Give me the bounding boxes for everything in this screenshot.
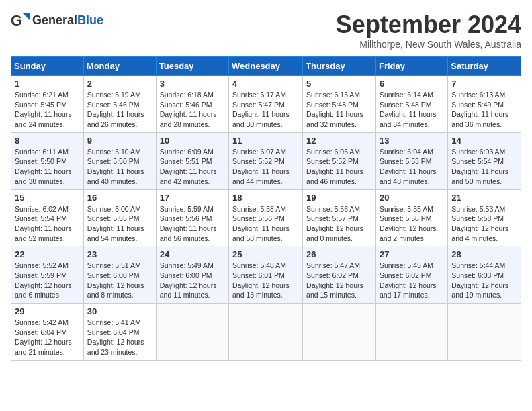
calendar-body: 1Sunrise: 6:21 AM Sunset: 5:45 PM Daylig…	[11, 76, 521, 361]
calendar-cell: 27Sunrise: 5:45 AM Sunset: 6:02 PM Dayli…	[375, 246, 447, 304]
weekday-saturday: Saturday	[448, 57, 521, 76]
calendar-cell: 12Sunrise: 6:06 AM Sunset: 5:52 PM Dayli…	[303, 132, 376, 189]
calendar-cell: 7Sunrise: 6:13 AM Sunset: 5:49 PM Daylig…	[448, 76, 521, 133]
calendar-cell: 9Sunrise: 6:10 AM Sunset: 5:50 PM Daylig…	[83, 132, 156, 189]
weekday-thursday: Thursday	[303, 57, 376, 76]
title-block: September 2024 Millthorpe, New South Wal…	[336, 11, 521, 50]
cell-content: Sunrise: 5:48 AM Sunset: 6:01 PM Dayligh…	[232, 261, 299, 300]
day-number: 9	[87, 136, 152, 146]
day-number: 30	[87, 306, 152, 316]
day-number: 13	[380, 136, 444, 146]
calendar-cell: 10Sunrise: 6:09 AM Sunset: 5:51 PM Dayli…	[156, 132, 228, 189]
day-number: 19	[306, 193, 372, 203]
weekday-tuesday: Tuesday	[156, 57, 228, 76]
cell-content: Sunrise: 6:02 AM Sunset: 5:54 PM Dayligh…	[15, 204, 80, 244]
cell-content: Sunrise: 5:47 AM Sunset: 6:02 PM Dayligh…	[306, 261, 372, 300]
calendar-cell: 14Sunrise: 6:03 AM Sunset: 5:54 PM Dayli…	[448, 132, 521, 189]
cell-content: Sunrise: 6:19 AM Sunset: 5:46 PM Dayligh…	[87, 90, 152, 130]
svg-text:G: G	[11, 12, 22, 29]
logo-text-general: General	[32, 13, 77, 27]
logo-icon: G	[11, 11, 30, 30]
calendar-cell: 28Sunrise: 5:44 AM Sunset: 6:03 PM Dayli…	[448, 246, 521, 304]
day-number: 11	[232, 136, 299, 146]
cell-content: Sunrise: 6:18 AM Sunset: 5:46 PM Dayligh…	[160, 90, 225, 130]
cell-content: Sunrise: 5:42 AM Sunset: 6:04 PM Dayligh…	[15, 318, 80, 357]
calendar-cell: 8Sunrise: 6:11 AM Sunset: 5:50 PM Daylig…	[11, 132, 84, 189]
day-number: 5	[306, 79, 372, 89]
calendar-table: SundayMondayTuesdayWednesdayThursdayFrid…	[11, 56, 521, 361]
day-number: 1	[15, 79, 80, 89]
weekday-wednesday: Wednesday	[229, 57, 303, 76]
calendar-week-2: 8Sunrise: 6:11 AM Sunset: 5:50 PM Daylig…	[11, 132, 521, 189]
calendar-cell	[229, 304, 303, 361]
day-number: 6	[380, 79, 444, 89]
cell-content: Sunrise: 5:55 AM Sunset: 5:58 PM Dayligh…	[380, 204, 444, 244]
calendar-cell: 25Sunrise: 5:48 AM Sunset: 6:01 PM Dayli…	[229, 246, 303, 304]
cell-content: Sunrise: 6:00 AM Sunset: 5:55 PM Dayligh…	[87, 204, 152, 244]
calendar-week-4: 22Sunrise: 5:52 AM Sunset: 5:59 PM Dayli…	[11, 246, 521, 304]
calendar-cell	[156, 304, 228, 361]
calendar-cell: 18Sunrise: 5:58 AM Sunset: 5:56 PM Dayli…	[229, 189, 303, 246]
cell-content: Sunrise: 6:10 AM Sunset: 5:50 PM Dayligh…	[87, 147, 152, 187]
calendar-cell: 23Sunrise: 5:51 AM Sunset: 6:00 PM Dayli…	[83, 246, 156, 304]
calendar-cell: 2Sunrise: 6:19 AM Sunset: 5:46 PM Daylig…	[83, 76, 156, 133]
cell-content: Sunrise: 6:04 AM Sunset: 5:53 PM Dayligh…	[380, 147, 444, 187]
calendar-cell: 1Sunrise: 6:21 AM Sunset: 5:45 PM Daylig…	[11, 76, 84, 133]
calendar-cell: 4Sunrise: 6:17 AM Sunset: 5:47 PM Daylig…	[229, 76, 303, 133]
cell-content: Sunrise: 6:13 AM Sunset: 5:49 PM Dayligh…	[451, 90, 517, 130]
cell-content: Sunrise: 6:03 AM Sunset: 5:54 PM Dayligh…	[451, 147, 517, 187]
day-number: 14	[451, 136, 517, 146]
day-number: 3	[160, 79, 225, 89]
day-number: 16	[87, 193, 152, 203]
cell-content: Sunrise: 6:21 AM Sunset: 5:45 PM Dayligh…	[15, 90, 80, 130]
calendar-cell: 3Sunrise: 6:18 AM Sunset: 5:46 PM Daylig…	[156, 76, 228, 133]
calendar-cell: 22Sunrise: 5:52 AM Sunset: 5:59 PM Dayli…	[11, 246, 84, 304]
calendar-week-3: 15Sunrise: 6:02 AM Sunset: 5:54 PM Dayli…	[11, 189, 521, 246]
day-number: 24	[160, 249, 225, 259]
cell-content: Sunrise: 5:45 AM Sunset: 6:02 PM Dayligh…	[380, 261, 444, 300]
cell-content: Sunrise: 5:59 AM Sunset: 5:56 PM Dayligh…	[160, 204, 225, 244]
day-number: 23	[87, 249, 152, 259]
day-number: 10	[160, 136, 225, 146]
cell-content: Sunrise: 5:49 AM Sunset: 6:00 PM Dayligh…	[160, 261, 225, 300]
day-number: 18	[232, 193, 299, 203]
weekday-sunday: Sunday	[11, 57, 84, 76]
day-number: 12	[306, 136, 372, 146]
cell-content: Sunrise: 6:17 AM Sunset: 5:47 PM Dayligh…	[232, 90, 299, 130]
day-number: 25	[232, 249, 299, 259]
cell-content: Sunrise: 5:53 AM Sunset: 5:58 PM Dayligh…	[451, 204, 517, 244]
svg-marker-1	[23, 13, 30, 20]
cell-content: Sunrise: 5:58 AM Sunset: 5:56 PM Dayligh…	[232, 204, 299, 244]
cell-content: Sunrise: 6:09 AM Sunset: 5:51 PM Dayligh…	[160, 147, 225, 187]
logo-wordmark: GeneralBlue	[32, 13, 103, 28]
cell-content: Sunrise: 5:56 AM Sunset: 5:57 PM Dayligh…	[306, 204, 372, 244]
calendar-cell: 20Sunrise: 5:55 AM Sunset: 5:58 PM Dayli…	[375, 189, 447, 246]
day-number: 15	[15, 193, 80, 203]
day-number: 7	[451, 79, 517, 89]
weekday-monday: Monday	[83, 57, 156, 76]
weekday-friday: Friday	[375, 57, 447, 76]
calendar-cell: 21Sunrise: 5:53 AM Sunset: 5:58 PM Dayli…	[448, 189, 521, 246]
calendar-cell	[448, 304, 521, 361]
location-title: Millthorpe, New South Wales, Australia	[336, 39, 521, 50]
cell-content: Sunrise: 5:52 AM Sunset: 5:59 PM Dayligh…	[15, 261, 80, 300]
weekday-header-row: SundayMondayTuesdayWednesdayThursdayFrid…	[11, 57, 521, 76]
calendar-cell: 5Sunrise: 6:15 AM Sunset: 5:48 PM Daylig…	[303, 76, 376, 133]
calendar-cell: 6Sunrise: 6:14 AM Sunset: 5:48 PM Daylig…	[375, 76, 447, 133]
month-title: September 2024	[336, 11, 521, 39]
calendar-cell: 29Sunrise: 5:42 AM Sunset: 6:04 PM Dayli…	[11, 304, 84, 361]
logo: G GeneralBlue	[11, 11, 103, 30]
calendar-cell	[303, 304, 376, 361]
calendar-cell: 19Sunrise: 5:56 AM Sunset: 5:57 PM Dayli…	[303, 189, 376, 246]
calendar-cell	[375, 304, 447, 361]
page-header: G GeneralBlue September 2024 Millthorpe,…	[11, 11, 521, 50]
day-number: 17	[160, 193, 225, 203]
cell-content: Sunrise: 6:07 AM Sunset: 5:52 PM Dayligh…	[232, 147, 299, 187]
day-number: 26	[306, 249, 372, 259]
calendar-cell: 26Sunrise: 5:47 AM Sunset: 6:02 PM Dayli…	[303, 246, 376, 304]
cell-content: Sunrise: 6:14 AM Sunset: 5:48 PM Dayligh…	[380, 90, 444, 130]
calendar-cell: 30Sunrise: 5:41 AM Sunset: 6:04 PM Dayli…	[83, 304, 156, 361]
day-number: 27	[380, 249, 444, 259]
cell-content: Sunrise: 5:41 AM Sunset: 6:04 PM Dayligh…	[87, 318, 152, 357]
cell-content: Sunrise: 6:06 AM Sunset: 5:52 PM Dayligh…	[306, 147, 372, 187]
